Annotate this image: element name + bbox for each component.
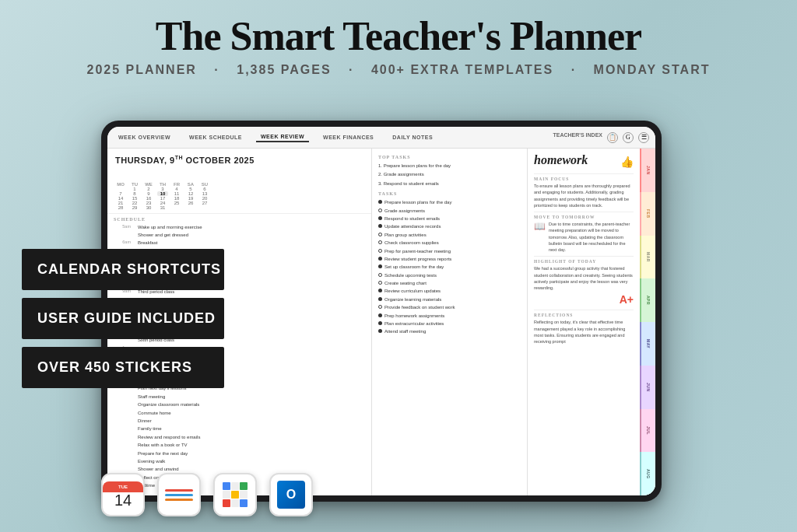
subtitle-part1: 2025 PLANNER <box>87 63 197 76</box>
tab-daily-notes[interactable]: DAILY NOTES <box>388 133 437 142</box>
bullet-filled <box>378 297 382 301</box>
subtitle-part3: 400+ EXTRA TEMPLATES <box>371 63 553 76</box>
grade-a-plus: A+ <box>620 293 634 306</box>
top-tasks-label: TOP TASKS <box>378 155 521 159</box>
subtitle-part2: 1,385 PAGES <box>237 63 331 76</box>
bullet-filled <box>378 224 382 228</box>
task-item: Prep for parent-teacher meeting <box>378 248 521 254</box>
task-item: Attend staff meeting <box>378 328 521 334</box>
move-tomorrow-label: MOVE TO TOMORROW <box>534 212 634 219</box>
task-item: Plan extracurricular activities <box>378 320 521 327</box>
tab-week-review[interactable]: WEEK REVIEW <box>256 132 309 142</box>
badge-calendar-shortcuts: CALENDAR SHORTCUTS <box>22 249 224 290</box>
dock-ios-calendar[interactable]: TUE 14 <box>101 473 145 516</box>
reflections-text: Reflecting on today, it's clear that eff… <box>534 319 634 345</box>
day-header: THURSDAY, 9TH OCTOBER 2025 MO TU WE TH F… <box>107 149 371 214</box>
subtitle-dot1: · <box>214 63 219 76</box>
mini-cal-header: MO TU WE TH FR SA SU <box>115 168 363 187</box>
nav-icon-2[interactable]: G <box>623 132 634 143</box>
tab-jun[interactable]: JUN <box>640 366 655 409</box>
schedule-item: Shower and get dressed <box>114 232 365 238</box>
tab-week-finances[interactable]: WEEK FINANCES <box>318 133 378 142</box>
mini-calendar: MO TU WE TH FR SA SU 1 2 <box>115 168 363 210</box>
task-item: Update attendance records <box>378 223 521 229</box>
tab-apr[interactable]: APR <box>640 278 655 322</box>
tab-week-overview[interactable]: WEEK OVERVIEW <box>114 133 175 142</box>
bullet-empty <box>378 249 382 253</box>
badge-stickers: OVER 450 STICKERS <box>22 347 224 388</box>
schedule-item: Dinner <box>114 418 365 424</box>
tab-jul[interactable]: JUL <box>640 409 655 453</box>
bullet-filled <box>378 289 382 292</box>
bottom-dock: TUE 14 O <box>101 473 313 516</box>
tab-jan[interactable]: JAN <box>640 149 655 192</box>
month-tab-strip: JAN FEB MAR APR MAY JUN JUL AUG <box>640 149 655 495</box>
top-task-1: 1. Prepare lesson plans for the day <box>378 163 521 169</box>
schedule-item: 5am Wake up and morning exercise <box>114 224 365 230</box>
move-tomorrow-text: Due to time constraints, the parent-teac… <box>549 221 634 253</box>
reflections-label: REFLECTIONS <box>534 310 634 317</box>
bullet-empty <box>378 305 382 309</box>
highlight-label: HIGHLIGHT OF TODAY <box>534 256 634 264</box>
schedule-item: Organize classroom materials <box>114 401 365 408</box>
teachers-index-label: TEACHER'S INDEX <box>553 132 602 143</box>
badges-column: CALENDAR SHORTCUTS USER GUIDE INCLUDED O… <box>22 249 224 391</box>
dock-cal-num: 14 <box>114 492 132 508</box>
bullet-empty <box>378 233 382 236</box>
task-item: Schedule upcoming tests <box>378 272 521 278</box>
subtitle-bar: 2025 PLANNER · 1,385 PAGES · 400+ EXTRA … <box>0 63 797 77</box>
tab-may[interactable]: MAY <box>640 322 655 366</box>
schedule-item: Relax with a book or TV <box>114 442 365 448</box>
bullet-filled <box>378 200 382 204</box>
notes-panel[interactable]: homework 👍 MAIN FOCUS To ensure all less… <box>528 149 640 495</box>
schedule-item: 6am Breakfast <box>114 240 365 246</box>
nav-icons: TEACHER'S INDEX 📋 G ☰ <box>553 132 649 143</box>
thumbs-up-icon: 👍 <box>620 156 634 169</box>
reminder-line-orange <box>165 499 193 501</box>
main-focus-label: MAIN FOCUS <box>534 173 634 181</box>
task-item: Review student progress reports <box>378 256 521 262</box>
reminder-line-blue <box>165 494 193 496</box>
mini-cal-row-5: 28 29 30 31 <box>115 205 363 210</box>
bullet-empty <box>378 281 382 285</box>
task-item: Plan group activities <box>378 232 521 238</box>
tab-week-schedule[interactable]: WEEK SCHEDULE <box>184 133 247 142</box>
bullet-empty <box>378 208 382 212</box>
schedule-item: Prepare for the next day <box>114 450 365 457</box>
outlook-icon: O <box>277 481 305 509</box>
main-title: The Smart Teacher's Planner <box>0 14 797 58</box>
task-item: Set up classroom for the day <box>378 264 521 270</box>
homework-title: homework <box>534 153 588 167</box>
tab-feb[interactable]: FEB <box>640 192 655 236</box>
bullet-empty <box>378 273 382 277</box>
top-task-2: 2. Grade assignments <box>378 171 521 177</box>
tasks-panel[interactable]: TOP TASKS 1. Prepare lesson plans for th… <box>372 149 528 495</box>
tab-aug[interactable]: AUG <box>640 452 655 495</box>
subtitle-part4: MONDAY START <box>594 63 711 76</box>
subtitle-dot2: · <box>349 63 353 76</box>
book-icon: 📖 <box>534 221 546 233</box>
dock-cal-day: TUE <box>103 481 143 492</box>
bullet-filled <box>378 313 382 317</box>
badge-user-guide: USER GUIDE INCLUDED <box>22 298 224 339</box>
task-item: Review curriculum updates <box>378 288 521 294</box>
header-section: The Smart Teacher's Planner 2025 PLANNER… <box>0 0 797 77</box>
schedule-item: Staff meeting <box>114 394 365 400</box>
bullet-filled <box>378 329 382 333</box>
dock-reminders[interactable] <box>157 473 201 516</box>
tablet-nav: WEEK OVERVIEW WEEK SCHEDULE WEEK REVIEW … <box>107 127 655 149</box>
notes-header: homework 👍 <box>534 153 634 170</box>
gcal-grid <box>221 481 249 509</box>
bullet-filled <box>378 257 382 261</box>
bullet-filled <box>378 216 382 220</box>
bullet-filled <box>378 264 382 268</box>
schedule-item: Review and respond to emails <box>114 434 365 440</box>
nav-icon-1[interactable]: 📋 <box>607 132 618 143</box>
dock-google-calendar[interactable] <box>213 473 257 516</box>
bullet-empty <box>378 240 382 244</box>
dock-outlook[interactable]: O <box>269 473 313 516</box>
task-item: Prepare lesson plans for the day <box>378 199 521 205</box>
top-task-3: 3. Respond to student emails <box>378 180 521 187</box>
tab-mar[interactable]: MAR <box>640 236 655 279</box>
nav-icon-3[interactable]: ☰ <box>638 132 649 143</box>
